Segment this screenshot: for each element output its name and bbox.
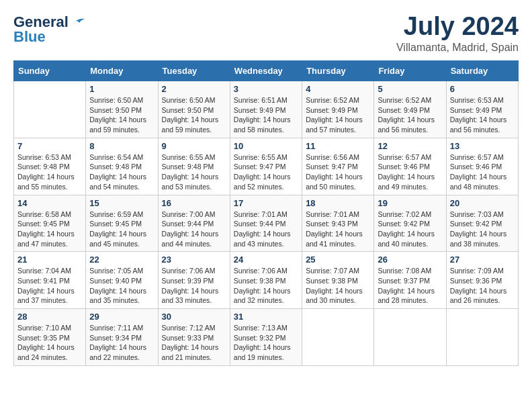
- title-area: July 2024 Villamanta, Madrid, Spain: [396, 13, 519, 54]
- day-number: 10: [234, 141, 298, 151]
- cell-info: Sunrise: 6:52 AM Sunset: 9:49 PM Dayligh…: [378, 95, 442, 135]
- calendar-week-row: 1Sunrise: 6:50 AM Sunset: 9:50 PM Daylig…: [14, 81, 519, 138]
- day-number: 29: [89, 312, 154, 322]
- cell-info: Sunrise: 6:53 AM Sunset: 9:49 PM Dayligh…: [450, 95, 515, 135]
- header-saturday: Saturday: [446, 61, 518, 81]
- day-number: 8: [89, 141, 154, 151]
- cell-info: Sunrise: 6:54 AM Sunset: 9:48 PM Dayligh…: [89, 152, 154, 192]
- cell-info: Sunrise: 6:55 AM Sunset: 9:48 PM Dayligh…: [162, 152, 226, 192]
- header-monday: Monday: [86, 61, 158, 81]
- cell-info: Sunrise: 6:53 AM Sunset: 9:48 PM Dayligh…: [17, 152, 82, 192]
- calendar-cell: [302, 309, 374, 366]
- cell-info: Sunrise: 7:09 AM Sunset: 9:36 PM Dayligh…: [450, 266, 515, 306]
- day-number: 20: [450, 198, 515, 208]
- calendar-cell: 17Sunrise: 7:01 AM Sunset: 9:44 PM Dayli…: [230, 195, 302, 252]
- month-year-title: July 2024: [396, 13, 519, 39]
- day-number: 19: [378, 198, 442, 208]
- calendar-cell: 27Sunrise: 7:09 AM Sunset: 9:36 PM Dayli…: [446, 252, 518, 309]
- day-number: 31: [234, 312, 298, 322]
- calendar-cell: 16Sunrise: 7:00 AM Sunset: 9:44 PM Dayli…: [158, 195, 230, 252]
- day-number: 30: [162, 312, 226, 322]
- calendar-cell: 25Sunrise: 7:07 AM Sunset: 9:38 PM Dayli…: [302, 252, 374, 309]
- header-wednesday: Wednesday: [230, 61, 302, 81]
- day-number: 24: [234, 255, 298, 265]
- logo-blue: Blue: [13, 28, 46, 46]
- cell-info: Sunrise: 7:07 AM Sunset: 9:38 PM Dayligh…: [306, 266, 370, 306]
- calendar-cell: 14Sunrise: 6:58 AM Sunset: 9:45 PM Dayli…: [14, 195, 86, 252]
- day-number: 11: [306, 141, 370, 151]
- calendar-cell: 6Sunrise: 6:53 AM Sunset: 9:49 PM Daylig…: [446, 81, 518, 138]
- cell-info: Sunrise: 7:04 AM Sunset: 9:41 PM Dayligh…: [17, 266, 82, 306]
- calendar-cell: 23Sunrise: 7:06 AM Sunset: 9:39 PM Dayli…: [158, 252, 230, 309]
- day-number: 23: [162, 255, 226, 265]
- calendar-cell: 29Sunrise: 7:11 AM Sunset: 9:34 PM Dayli…: [86, 309, 158, 366]
- calendar-week-row: 7Sunrise: 6:53 AM Sunset: 9:48 PM Daylig…: [14, 138, 519, 195]
- day-number: 9: [162, 141, 226, 151]
- day-number: 5: [378, 84, 442, 94]
- cell-info: Sunrise: 7:05 AM Sunset: 9:40 PM Dayligh…: [89, 266, 154, 306]
- cell-info: Sunrise: 6:58 AM Sunset: 9:45 PM Dayligh…: [17, 210, 82, 249]
- cell-info: Sunrise: 6:59 AM Sunset: 9:45 PM Dayligh…: [89, 210, 154, 249]
- calendar-week-row: 28Sunrise: 7:10 AM Sunset: 9:35 PM Dayli…: [14, 309, 519, 366]
- cell-info: Sunrise: 7:01 AM Sunset: 9:43 PM Dayligh…: [306, 210, 370, 249]
- calendar-cell: [374, 309, 446, 366]
- day-number: 12: [378, 141, 442, 151]
- calendar-cell: 22Sunrise: 7:05 AM Sunset: 9:40 PM Dayli…: [86, 252, 158, 309]
- day-number: 7: [17, 141, 82, 151]
- day-number: 16: [162, 198, 226, 208]
- calendar-table: SundayMondayTuesdayWednesdayThursdayFrid…: [13, 60, 519, 366]
- day-number: 1: [89, 84, 154, 94]
- day-number: 2: [162, 84, 226, 94]
- calendar-cell: [446, 309, 518, 366]
- cell-info: Sunrise: 6:51 AM Sunset: 9:49 PM Dayligh…: [234, 95, 298, 135]
- cell-info: Sunrise: 7:06 AM Sunset: 9:38 PM Dayligh…: [234, 266, 298, 306]
- day-number: 22: [89, 255, 154, 265]
- calendar-cell: 4Sunrise: 6:52 AM Sunset: 9:49 PM Daylig…: [302, 81, 374, 138]
- cell-info: Sunrise: 7:02 AM Sunset: 9:42 PM Dayligh…: [378, 210, 442, 249]
- cell-info: Sunrise: 6:55 AM Sunset: 9:47 PM Dayligh…: [234, 152, 298, 192]
- logo-bird-icon: [71, 16, 86, 28]
- cell-info: Sunrise: 7:06 AM Sunset: 9:39 PM Dayligh…: [162, 266, 226, 306]
- calendar-cell: [14, 81, 86, 138]
- cell-info: Sunrise: 7:10 AM Sunset: 9:35 PM Dayligh…: [17, 323, 82, 363]
- calendar-week-row: 21Sunrise: 7:04 AM Sunset: 9:41 PM Dayli…: [14, 252, 519, 309]
- calendar-cell: 8Sunrise: 6:54 AM Sunset: 9:48 PM Daylig…: [86, 138, 158, 195]
- day-number: 15: [89, 198, 154, 208]
- header-tuesday: Tuesday: [158, 61, 230, 81]
- calendar-cell: 15Sunrise: 6:59 AM Sunset: 9:45 PM Dayli…: [86, 195, 158, 252]
- calendar-cell: 9Sunrise: 6:55 AM Sunset: 9:48 PM Daylig…: [158, 138, 230, 195]
- calendar-cell: 19Sunrise: 7:02 AM Sunset: 9:42 PM Dayli…: [374, 195, 446, 252]
- calendar-cell: 11Sunrise: 6:56 AM Sunset: 9:47 PM Dayli…: [302, 138, 374, 195]
- cell-info: Sunrise: 7:08 AM Sunset: 9:37 PM Dayligh…: [378, 266, 442, 306]
- cell-info: Sunrise: 6:56 AM Sunset: 9:47 PM Dayligh…: [306, 152, 370, 192]
- header-friday: Friday: [374, 61, 446, 81]
- calendar-cell: 21Sunrise: 7:04 AM Sunset: 9:41 PM Dayli…: [14, 252, 86, 309]
- calendar-week-row: 14Sunrise: 6:58 AM Sunset: 9:45 PM Dayli…: [14, 195, 519, 252]
- cell-info: Sunrise: 7:01 AM Sunset: 9:44 PM Dayligh…: [234, 210, 298, 249]
- calendar-cell: 3Sunrise: 6:51 AM Sunset: 9:49 PM Daylig…: [230, 81, 302, 138]
- calendar-cell: 20Sunrise: 7:03 AM Sunset: 9:42 PM Dayli…: [446, 195, 518, 252]
- cell-info: Sunrise: 7:00 AM Sunset: 9:44 PM Dayligh…: [162, 210, 226, 249]
- day-number: 6: [450, 84, 515, 94]
- calendar-cell: 10Sunrise: 6:55 AM Sunset: 9:47 PM Dayli…: [230, 138, 302, 195]
- day-number: 13: [450, 141, 515, 151]
- cell-info: Sunrise: 6:50 AM Sunset: 9:50 PM Dayligh…: [162, 95, 226, 135]
- calendar-cell: 1Sunrise: 6:50 AM Sunset: 9:50 PM Daylig…: [86, 81, 158, 138]
- day-number: 25: [306, 255, 370, 265]
- calendar-cell: 26Sunrise: 7:08 AM Sunset: 9:37 PM Dayli…: [374, 252, 446, 309]
- day-number: 21: [17, 255, 82, 265]
- calendar-cell: 28Sunrise: 7:10 AM Sunset: 9:35 PM Dayli…: [14, 309, 86, 366]
- calendar-cell: 30Sunrise: 7:12 AM Sunset: 9:33 PM Dayli…: [158, 309, 230, 366]
- day-number: 4: [306, 84, 370, 94]
- day-number: 27: [450, 255, 515, 265]
- calendar-cell: 7Sunrise: 6:53 AM Sunset: 9:48 PM Daylig…: [14, 138, 86, 195]
- calendar-cell: 31Sunrise: 7:13 AM Sunset: 9:32 PM Dayli…: [230, 309, 302, 366]
- cell-info: Sunrise: 7:03 AM Sunset: 9:42 PM Dayligh…: [450, 210, 515, 249]
- calendar-cell: 13Sunrise: 6:57 AM Sunset: 9:46 PM Dayli…: [446, 138, 518, 195]
- calendar-header-row: SundayMondayTuesdayWednesdayThursdayFrid…: [14, 61, 519, 81]
- calendar-cell: 24Sunrise: 7:06 AM Sunset: 9:38 PM Dayli…: [230, 252, 302, 309]
- header-thursday: Thursday: [302, 61, 374, 81]
- cell-info: Sunrise: 6:57 AM Sunset: 9:46 PM Dayligh…: [450, 152, 515, 192]
- calendar-cell: 18Sunrise: 7:01 AM Sunset: 9:43 PM Dayli…: [302, 195, 374, 252]
- day-number: 18: [306, 198, 370, 208]
